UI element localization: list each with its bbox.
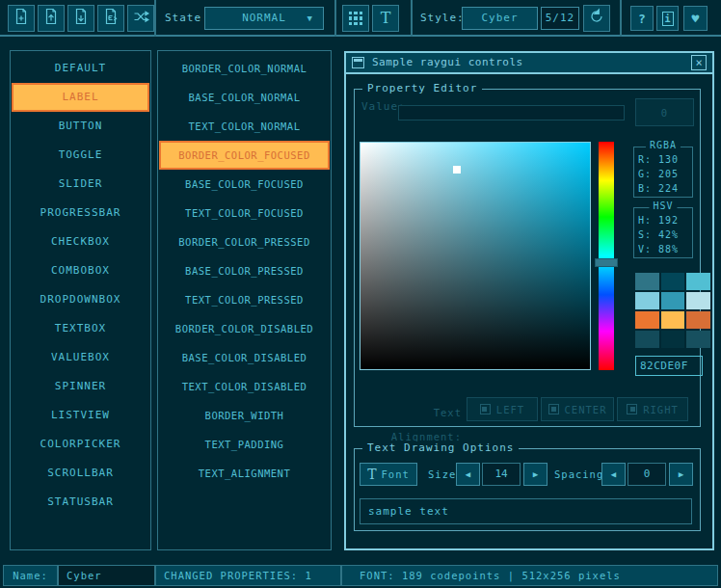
new-style-button[interactable]	[8, 5, 35, 32]
property-item-base_color_pressed[interactable]: BASE_COLOR_PRESSED	[159, 256, 330, 285]
control-item-slider[interactable]: SLIDER	[12, 170, 149, 199]
control-item-checkbox[interactable]: CHECKBOX	[12, 227, 149, 256]
state-label: State	[165, 0, 201, 37]
property-item-border_color_disabled[interactable]: BORDER_COLOR_DISABLED	[159, 314, 330, 343]
style-name-input[interactable]: Cyber	[58, 565, 155, 586]
info-icon: i	[662, 12, 674, 26]
align-right-icon	[627, 404, 637, 414]
hue-slider-handle[interactable]	[595, 258, 618, 267]
random-style-button[interactable]	[127, 5, 154, 32]
style-counter: 5/12	[541, 7, 579, 30]
align-right-button[interactable]: RIGHT	[617, 397, 688, 421]
property-item-text_alignment[interactable]: TEXT_ALIGNMENT	[159, 459, 330, 488]
align-center-button[interactable]: CENTER	[541, 397, 614, 421]
sample-controls-window: Sample raygui controls × Property Editor…	[344, 51, 714, 550]
chevron-down-icon: ▼	[307, 8, 313, 29]
color-component-value: S: 42%	[638, 227, 692, 242]
style-color-swatch[interactable]	[635, 311, 659, 329]
hsv-title: HSV	[649, 200, 677, 211]
style-table-button[interactable]	[342, 5, 369, 32]
size-value[interactable]: 14	[482, 463, 521, 486]
size-decrease-button[interactable]: ◀	[456, 463, 480, 486]
property-item-border_width[interactable]: BORDER_WIDTH	[159, 401, 330, 430]
toolbar-separator	[411, 0, 413, 37]
spacing-decrease-button[interactable]: ◀	[601, 463, 626, 486]
help-button[interactable]: ?	[630, 6, 654, 31]
properties-list: BORDER_COLOR_NORMALBASE_COLOR_NORMALTEXT…	[157, 50, 332, 550]
property-item-base_color_focused[interactable]: BASE_COLOR_FOCUSED	[159, 170, 330, 199]
spacing-value[interactable]: 0	[628, 463, 666, 486]
control-item-textbox[interactable]: TEXTBOX	[12, 314, 149, 343]
style-color-swatch[interactable]	[635, 331, 659, 348]
hue-bar[interactable]	[599, 142, 614, 370]
control-item-statusbar[interactable]: STATUSBAR	[12, 488, 149, 517]
save-style-button[interactable]	[67, 5, 94, 32]
property-item-border_color_normal[interactable]: BORDER_COLOR_NORMAL	[159, 54, 330, 83]
hsv-box: HSV H: 192S: 42%V: 88%	[633, 207, 693, 258]
style-color-swatch[interactable]	[686, 292, 710, 309]
changed-properties-status: CHANGED PROPERTIES: 1	[155, 565, 341, 586]
sample-text-input[interactable]: sample text	[360, 498, 692, 524]
style-color-swatch[interactable]	[635, 273, 659, 290]
control-item-combobox[interactable]: COMBOBOX	[12, 256, 149, 285]
save-file-icon	[72, 8, 90, 29]
rgba-box: RGBA R: 130G: 205B: 224	[633, 147, 693, 198]
control-item-valuebox[interactable]: VALUEBOX	[12, 343, 149, 372]
property-item-text_color_pressed[interactable]: TEXT_COLOR_PRESSED	[159, 285, 330, 314]
hex-value-input[interactable]: 82CDE0F	[635, 356, 703, 376]
arrow-left-icon: ◀	[466, 469, 470, 479]
style-color-swatch[interactable]	[635, 292, 659, 309]
text-icon: T	[381, 11, 391, 26]
control-item-default[interactable]: DEFAULT	[12, 54, 149, 83]
color-component-value: R: 130	[638, 152, 692, 167]
value-slider[interactable]	[398, 105, 625, 120]
property-item-text_color_normal[interactable]: TEXT_COLOR_NORMAL	[159, 112, 330, 141]
control-item-dropdownbox[interactable]: DROPDOWNBOX	[12, 285, 149, 314]
style-color-swatch[interactable]	[686, 273, 710, 290]
style-name-button[interactable]: Cyber	[462, 7, 538, 30]
value-button[interactable]: 0	[635, 98, 694, 126]
spacing-increase-button[interactable]: ▶	[669, 463, 693, 486]
close-icon: ×	[695, 56, 702, 69]
style-color-swatch[interactable]	[686, 311, 710, 329]
export-file-icon	[102, 8, 120, 29]
control-item-progressbar[interactable]: PROGRESSBAR	[12, 199, 149, 227]
open-file-icon	[42, 8, 60, 29]
property-item-text_color_disabled[interactable]: TEXT_COLOR_DISABLED	[159, 372, 330, 401]
rgba-title: RGBA	[646, 140, 681, 150]
load-font-button[interactable]: T Font	[360, 463, 417, 486]
close-button[interactable]: ×	[691, 55, 707, 70]
font-atlas-button[interactable]: T	[372, 5, 399, 32]
control-item-listview[interactable]: LISTVIEW	[12, 401, 149, 430]
toolbar-separator	[154, 0, 156, 37]
color-picker-panel[interactable]	[360, 142, 591, 370]
style-color-swatch[interactable]	[661, 273, 685, 290]
property-item-text_color_focused[interactable]: TEXT_COLOR_FOCUSED	[159, 199, 330, 227]
property-editor-title: Property Editor	[362, 82, 482, 94]
style-color-swatch[interactable]	[661, 311, 685, 329]
color-picker-cursor[interactable]	[453, 166, 461, 174]
property-item-base_color_disabled[interactable]: BASE_COLOR_DISABLED	[159, 343, 330, 372]
sponsor-button[interactable]: ♥	[683, 6, 708, 31]
align-left-button[interactable]: LEFT	[467, 397, 538, 421]
control-item-scrollbar[interactable]: SCROLLBAR	[12, 459, 149, 488]
property-item-base_color_normal[interactable]: BASE_COLOR_NORMAL	[159, 83, 330, 112]
about-button[interactable]: i	[656, 6, 679, 31]
control-item-button[interactable]: BUTTON	[12, 112, 149, 141]
reload-style-button[interactable]	[583, 5, 610, 32]
heart-icon: ♥	[692, 12, 700, 26]
size-increase-button[interactable]: ▶	[523, 463, 547, 486]
property-item-border_color_pressed[interactable]: BORDER_COLOR_PRESSED	[159, 227, 330, 256]
control-item-spinner[interactable]: SPINNER	[12, 372, 149, 401]
property-item-border_color_focused[interactable]: BORDER_COLOR_FOCUSED	[159, 141, 330, 170]
control-item-colorpicker[interactable]: COLORPICKER	[12, 430, 149, 459]
control-item-toggle[interactable]: TOGGLE	[12, 141, 149, 170]
style-color-swatch[interactable]	[686, 331, 710, 348]
control-item-label[interactable]: LABEL	[12, 83, 149, 112]
style-color-swatch[interactable]	[661, 292, 685, 309]
state-dropdown[interactable]: NORMAL ▼	[204, 7, 324, 30]
style-color-swatch[interactable]	[661, 331, 685, 348]
export-style-button[interactable]	[97, 5, 124, 32]
load-style-button[interactable]	[38, 5, 65, 32]
property-item-text_padding[interactable]: TEXT_PADDING	[159, 430, 330, 459]
